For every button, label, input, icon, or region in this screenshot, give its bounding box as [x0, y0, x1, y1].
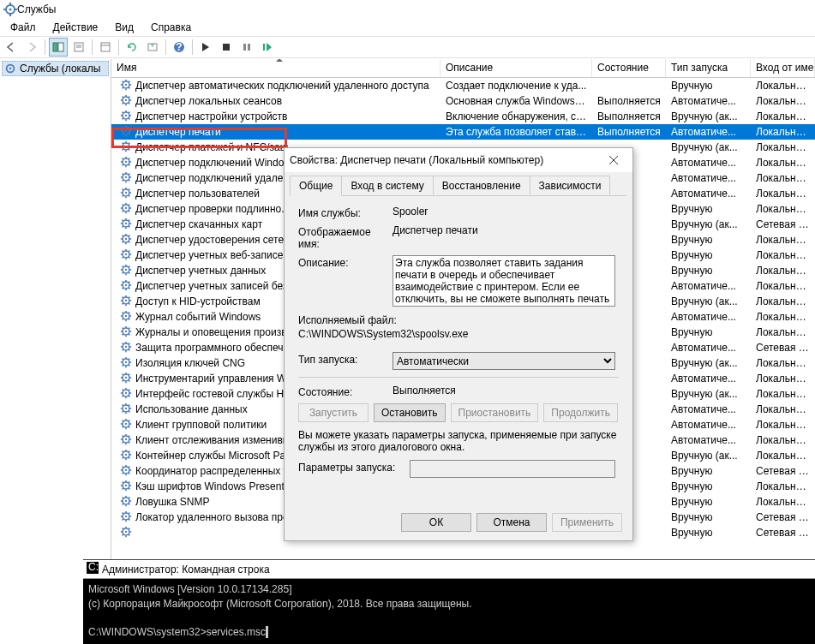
toolbar-separator	[165, 39, 166, 55]
stop-button[interactable]: Остановить	[374, 403, 446, 422]
service-logon: Локальная сл...	[751, 311, 815, 323]
service-row[interactable]: Диспетчер локальных сеансовОсновная служ…	[111, 93, 815, 109]
svg-line-279	[129, 473, 129, 474]
service-name: Локатор удаленного вызова про...	[135, 511, 297, 523]
tab-general[interactable]: Общие	[290, 176, 342, 196]
service-startup: Вручную	[666, 465, 751, 477]
svg-line-228	[123, 390, 123, 391]
description-textarea[interactable]: Эта служба позволяет ставить задания печ…	[393, 255, 615, 307]
stop-service-button[interactable]	[217, 38, 236, 57]
toolbar-separator	[118, 39, 119, 55]
menu-view[interactable]: Вид	[106, 20, 142, 35]
svg-line-68	[123, 143, 123, 144]
forward-button[interactable]	[22, 38, 41, 57]
service-startup: Автоматиче...	[666, 419, 751, 431]
service-row[interactable]: Диспетчер печатиЭта служба позволяет ста…	[111, 124, 815, 140]
svg-point-283	[125, 485, 127, 486]
svg-line-108	[123, 205, 123, 206]
tab-dependencies[interactable]: Зависимости	[530, 176, 611, 196]
service-logon: Сетевая служ...	[751, 218, 815, 230]
svg-line-220	[123, 380, 123, 381]
svg-line-89	[129, 180, 129, 181]
svg-line-201	[129, 343, 129, 344]
service-startup: Вручную (ак...	[666, 218, 751, 230]
service-name: Диспетчер платежей и NFC/защ...	[135, 141, 297, 153]
service-row[interactable]: Диспетчер автоматических подключений уда…	[111, 78, 815, 93]
cancel-button[interactable]: Отмена	[476, 513, 547, 532]
svg-line-140	[123, 257, 123, 258]
svg-line-111	[129, 205, 129, 206]
toolbar-separator	[45, 39, 45, 55]
svg-line-270	[123, 457, 123, 458]
tree-root-services[interactable]: Службы (локалы	[2, 61, 109, 76]
apply-button[interactable]: Применить	[552, 513, 622, 532]
export-list-button[interactable]	[143, 38, 162, 57]
dialog-title-text: Свойства: Диспетчер печати (Локальный ко…	[290, 154, 543, 166]
service-logon: Локальная си...	[751, 403, 815, 415]
svg-line-210	[123, 365, 123, 366]
service-name: Журнал событий Windows	[135, 311, 261, 323]
column-logon[interactable]: Вход от имени	[751, 59, 815, 77]
service-logon: Локальная си...	[751, 141, 815, 153]
menu-action[interactable]: Действие	[45, 20, 107, 35]
menubar: Файл Действие Вид Справка	[0, 19, 815, 36]
svg-line-179	[129, 319, 129, 319]
svg-point-293	[125, 500, 127, 502]
resume-button[interactable]: Продолжить	[543, 403, 618, 422]
service-logon: Локальная си...	[751, 419, 815, 431]
service-gear-icon	[120, 156, 134, 170]
restart-service-button[interactable]	[258, 38, 277, 57]
console-titlebar[interactable]: C:\ Администратор: Командная строка	[83, 560, 815, 579]
service-gear-icon	[120, 325, 134, 339]
service-logon: Локальная си...	[751, 188, 815, 200]
export-button[interactable]	[69, 38, 88, 57]
close-button[interactable]	[600, 152, 627, 169]
menu-help[interactable]: Справка	[142, 20, 200, 35]
column-startup[interactable]: Тип запуска	[666, 59, 751, 77]
pause-button[interactable]: Приостановить	[451, 403, 539, 422]
svg-point-43	[125, 115, 127, 116]
properties-button[interactable]	[96, 38, 115, 57]
start-service-button[interactable]	[196, 38, 215, 57]
menu-file[interactable]: Файл	[2, 20, 45, 35]
service-startup: Вручную (ак...	[666, 450, 751, 462]
service-logon: Локальная си...	[751, 265, 815, 277]
svg-line-70	[123, 149, 123, 150]
svg-line-319	[129, 534, 129, 535]
service-gear-icon	[120, 480, 134, 493]
startup-type-select[interactable]: Автоматически	[393, 352, 615, 370]
pause-service-button[interactable]	[237, 38, 256, 57]
tab-logon[interactable]: Вход в систему	[341, 176, 433, 196]
service-logon: Локальная си...	[751, 80, 815, 92]
sort-indicator-icon	[276, 59, 283, 62]
svg-line-69	[129, 149, 129, 150]
show-hide-tree-button[interactable]	[49, 38, 68, 57]
ok-button[interactable]: ОК	[401, 513, 471, 532]
service-name: Диспетчер проверки подлинно...	[135, 203, 290, 215]
back-button[interactable]	[2, 38, 21, 57]
svg-line-39	[129, 103, 129, 104]
label-service-name: Имя службы:	[298, 206, 393, 219]
column-name[interactable]: Имя	[111, 59, 440, 77]
console-output[interactable]: Microsoft Windows [Version 10.0.17134.28…	[83, 579, 815, 643]
service-state: Выполняется	[592, 126, 666, 138]
service-properties-dialog: Свойства: Диспетчер печати (Локальный ко…	[284, 147, 633, 541]
tab-recovery[interactable]: Восстановление	[433, 176, 530, 196]
refresh-button[interactable]	[123, 38, 141, 57]
service-name: Диспетчер подключений Window...	[135, 157, 299, 169]
service-row[interactable]: Диспетчер настройки устройствВключение о…	[111, 109, 815, 124]
service-logon: Локальная си...	[751, 249, 815, 261]
service-gear-icon	[120, 187, 134, 200]
svg-point-313	[125, 531, 127, 533]
start-button[interactable]: Запустить	[298, 403, 369, 422]
svg-point-223	[125, 392, 127, 394]
help-button[interactable]: ?	[170, 38, 189, 57]
svg-line-40	[123, 103, 123, 104]
column-state[interactable]: Состояние	[592, 59, 666, 77]
svg-rect-11	[101, 43, 110, 51]
dialog-titlebar[interactable]: Свойства: Диспетчер печати (Локальный ко…	[285, 148, 632, 172]
column-description[interactable]: Описание	[440, 59, 592, 77]
service-gear-icon	[120, 279, 134, 293]
svg-point-303	[125, 516, 127, 517]
service-gear-icon	[120, 387, 134, 401]
